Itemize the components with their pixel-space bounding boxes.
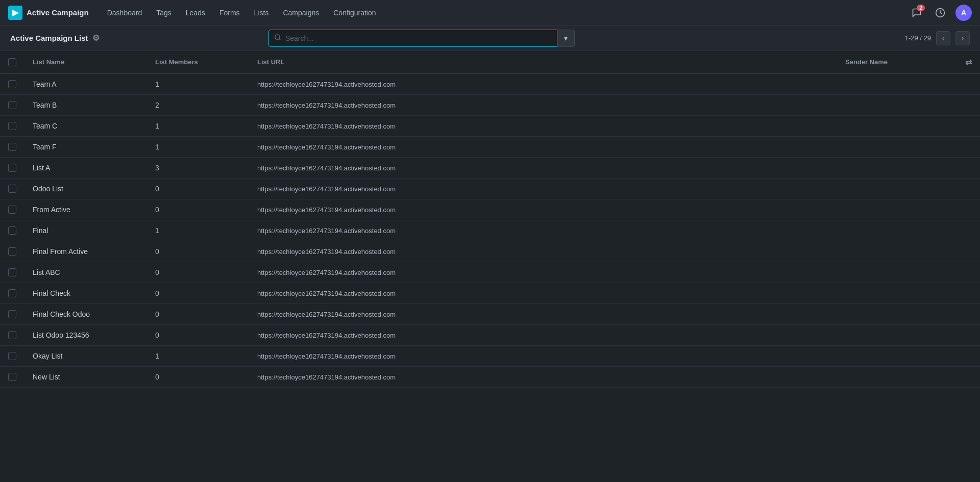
select-all-checkbox[interactable]	[8, 58, 16, 66]
row-list-name[interactable]: Team F	[24, 137, 147, 158]
row-checkbox[interactable]	[8, 80, 16, 88]
clock-button[interactable]	[932, 5, 948, 21]
row-list-url[interactable]: https://techloyce1627473194.activehosted…	[249, 73, 837, 95]
logo-icon: ▶	[8, 6, 22, 20]
row-checkbox[interactable]	[8, 164, 16, 172]
row-list-url[interactable]: https://techloyce1627473194.activehosted…	[249, 116, 837, 137]
row-checkbox-cell	[0, 325, 24, 346]
row-checkbox[interactable]	[8, 289, 16, 297]
row-checkbox[interactable]	[8, 185, 16, 193]
table-row: Final From Active 0 https://techloyce162…	[0, 241, 980, 262]
row-list-url[interactable]: https://techloyce1627473194.activehosted…	[249, 137, 837, 158]
row-checkbox[interactable]	[8, 143, 16, 151]
row-actions	[949, 158, 980, 179]
row-checkbox[interactable]	[8, 247, 16, 256]
row-checkbox-cell	[0, 95, 24, 116]
topnav-right: 2 A	[909, 5, 972, 21]
prev-icon: ‹	[942, 34, 945, 42]
row-sender-name	[837, 179, 949, 199]
nav-item-lists[interactable]: Lists	[248, 6, 275, 20]
row-sender-name	[837, 137, 949, 158]
nav-item-tags[interactable]: Tags	[150, 6, 178, 20]
table-row: Team B 2 https://techloyce1627473194.act…	[0, 95, 980, 116]
row-checkbox-cell	[0, 304, 24, 325]
next-page-button[interactable]: ›	[955, 31, 970, 45]
row-checkbox-cell	[0, 73, 24, 95]
row-list-name[interactable]: Team B	[24, 95, 147, 116]
row-list-name[interactable]: List ABC	[24, 262, 147, 283]
next-icon: ›	[962, 34, 964, 42]
row-list-name[interactable]: Team C	[24, 116, 147, 137]
row-checkbox-cell	[0, 158, 24, 179]
row-list-url[interactable]: https://techloyce1627473194.activehosted…	[249, 241, 837, 262]
nav-item-forms[interactable]: Forms	[213, 6, 246, 20]
prev-page-button[interactable]: ‹	[936, 31, 950, 45]
row-sender-name	[837, 367, 949, 388]
row-list-url[interactable]: https://techloyce1627473194.activehosted…	[249, 346, 837, 367]
row-checkbox[interactable]	[8, 226, 16, 235]
column-filter-icon[interactable]: ⇄	[965, 58, 972, 66]
row-list-name[interactable]: Odoo List	[24, 179, 147, 199]
row-sender-name	[837, 95, 949, 116]
row-list-name[interactable]: Final Check	[24, 283, 147, 304]
nav-item-configuration[interactable]: Configuration	[327, 6, 382, 20]
search-input[interactable]	[285, 34, 552, 42]
row-checkbox[interactable]	[8, 206, 16, 214]
table-row: Team C 1 https://techloyce1627473194.act…	[0, 116, 980, 137]
app-logo[interactable]: ▶ Active Campaign	[8, 6, 89, 20]
row-checkbox[interactable]	[8, 101, 16, 109]
row-list-url[interactable]: https://techloyce1627473194.activehosted…	[249, 367, 837, 388]
row-list-name[interactable]: Team A	[24, 73, 147, 95]
col-header-list-members: List Members	[147, 51, 249, 73]
chat-button[interactable]: 2	[909, 5, 925, 21]
row-actions	[949, 199, 980, 220]
row-actions	[949, 241, 980, 262]
row-list-name[interactable]: Final Check Odoo	[24, 304, 147, 325]
row-sender-name	[837, 304, 949, 325]
nav-item-leads[interactable]: Leads	[180, 6, 211, 20]
row-list-members: 0	[147, 367, 249, 388]
gear-icon[interactable]: ⚙	[92, 33, 100, 43]
row-list-url[interactable]: https://techloyce1627473194.activehosted…	[249, 325, 837, 346]
row-checkbox-cell	[0, 367, 24, 388]
row-checkbox-cell	[0, 137, 24, 158]
col-header-sender-name: Sender Name	[837, 51, 949, 73]
col-header-list-name: List Name	[24, 51, 147, 73]
row-list-name[interactable]: Final	[24, 220, 147, 241]
row-checkbox[interactable]	[8, 331, 16, 339]
row-sender-name	[837, 73, 949, 95]
user-avatar[interactable]: A	[955, 5, 972, 21]
row-actions	[949, 262, 980, 283]
row-checkbox[interactable]	[8, 268, 16, 276]
search-dropdown-button[interactable]: ▾	[557, 30, 575, 47]
row-checkbox[interactable]	[8, 352, 16, 360]
row-list-name[interactable]: From Active	[24, 199, 147, 220]
row-list-name[interactable]: List Odoo 123456	[24, 325, 147, 346]
row-checkbox[interactable]	[8, 373, 16, 381]
row-list-members: 2	[147, 95, 249, 116]
row-list-url[interactable]: https://techloyce1627473194.activehosted…	[249, 304, 837, 325]
row-list-name[interactable]: New List	[24, 367, 147, 388]
row-list-name[interactable]: Okay List	[24, 346, 147, 367]
row-list-url[interactable]: https://techloyce1627473194.activehosted…	[249, 199, 837, 220]
row-checkbox[interactable]	[8, 310, 16, 318]
row-list-url[interactable]: https://techloyce1627473194.activehosted…	[249, 95, 837, 116]
nav-item-campaigns[interactable]: Campaigns	[277, 6, 325, 20]
nav-item-dashboard[interactable]: Dashboard	[101, 6, 149, 20]
row-sender-name	[837, 283, 949, 304]
lists-table: List Name List Members List URL Sender N…	[0, 51, 980, 388]
row-checkbox[interactable]	[8, 122, 16, 130]
table-row: List Odoo 123456 0 https://techloyce1627…	[0, 325, 980, 346]
row-list-name[interactable]: Final From Active	[24, 241, 147, 262]
row-list-url[interactable]: https://techloyce1627473194.activehosted…	[249, 262, 837, 283]
row-list-url[interactable]: https://techloyce1627473194.activehosted…	[249, 179, 837, 199]
table-row: Okay List 1 https://techloyce1627473194.…	[0, 346, 980, 367]
row-sender-name	[837, 158, 949, 179]
row-list-url[interactable]: https://techloyce1627473194.activehosted…	[249, 220, 837, 241]
row-list-name[interactable]: List A	[24, 158, 147, 179]
row-list-members: 1	[147, 137, 249, 158]
row-actions	[949, 325, 980, 346]
table-row: Team A 1 https://techloyce1627473194.act…	[0, 73, 980, 95]
row-list-url[interactable]: https://techloyce1627473194.activehosted…	[249, 283, 837, 304]
row-list-url[interactable]: https://techloyce1627473194.activehosted…	[249, 158, 837, 179]
